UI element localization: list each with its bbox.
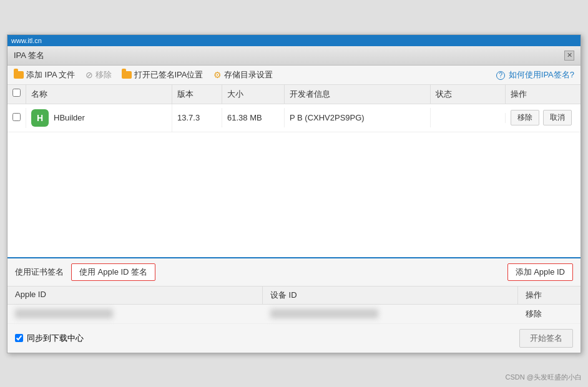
url-bar: www.itl.cn xyxy=(7,35,581,46)
table-empty-space xyxy=(7,132,581,257)
row-checkbox-cell xyxy=(7,108,26,128)
window-title: IPA 签名 xyxy=(14,50,44,61)
apple-id-sign-button[interactable]: 使用 Apple ID 签名 xyxy=(71,263,155,281)
actions-container: 移除 取消 xyxy=(511,110,576,125)
storage-setting-label: 存储目录设置 xyxy=(224,69,273,81)
watermark: CSDN @头发旺盛的小白 xyxy=(506,373,582,382)
select-all-checkbox[interactable] xyxy=(12,89,21,97)
bottom-footer: 同步到下载中心 开始签名 xyxy=(7,324,581,353)
table-header: 名称 版本 大小 开发者信息 状态 操作 xyxy=(7,85,581,104)
open-signed-button[interactable]: 打开已签名IPA位置 xyxy=(122,69,203,81)
start-sign-button[interactable]: 开始签名 xyxy=(519,329,573,348)
row-checkbox[interactable] xyxy=(12,113,21,121)
apple-id-table-header: Apple ID 设备 ID 操作 xyxy=(7,287,581,305)
col-size: 大小 xyxy=(222,85,285,104)
cert-sign-label: 使用证书签名 xyxy=(15,267,64,278)
toolbar: 添加 IPA 文件 ⊘ 移除 打开已签名IPA位置 ⚙ 存储目录设置 ? 如何使… xyxy=(7,66,581,85)
gear-icon: ⚙ xyxy=(213,70,222,80)
row-cancel-button[interactable]: 取消 xyxy=(543,110,572,125)
col-version: 版本 xyxy=(172,85,222,104)
col-developer: 开发者信息 xyxy=(285,85,431,104)
sync-label: 同步到下载中心 xyxy=(27,333,84,344)
row-actions-cell: 移除 取消 xyxy=(506,105,581,130)
toolbar-left: 添加 IPA 文件 ⊘ 移除 打开已签名IPA位置 ⚙ 存储目录设置 xyxy=(14,69,273,81)
table-row: H HBuilder 13.7.3 61.38 MB P B (CXHV2PS9… xyxy=(7,104,581,132)
open-signed-label: 打开已签名IPA位置 xyxy=(134,69,203,81)
device-id-blurred: ●●●●●●●●●●●●●●●●●●●●●● xyxy=(270,309,378,318)
row-status-cell xyxy=(431,113,506,123)
row-size-cell: 61.38 MB xyxy=(222,108,285,127)
help-label: 如何使用IPA签名? xyxy=(509,70,574,79)
url-text: www.itl.cn xyxy=(11,37,42,44)
help-circle-icon: ? xyxy=(496,71,505,80)
title-bar: IPA 签名 ✕ xyxy=(7,46,581,66)
row-version-cell: 13.7.3 xyxy=(172,108,222,127)
sign-method-left: 使用证书签名 使用 Apple ID 签名 xyxy=(15,263,155,281)
help-link[interactable]: ? 如何使用IPA签名? xyxy=(496,69,574,81)
app-name: HBuilder xyxy=(54,113,85,122)
apple-id-remove-label: 移除 xyxy=(526,309,542,318)
folder2-icon xyxy=(122,71,132,79)
col-status: 状态 xyxy=(431,85,506,104)
add-ipa-button[interactable]: 添加 IPA 文件 xyxy=(14,69,76,81)
col-name: 名称 xyxy=(26,85,172,104)
apple-id-col-device: 设备 ID xyxy=(263,287,518,304)
apple-id-col-id: Apple ID xyxy=(7,287,263,304)
apple-id-value: ●●●●●●●●●●●●●●●●●●●● xyxy=(7,305,263,322)
app-name-container: H HBuilder xyxy=(31,109,167,127)
sync-checkbox-container: 同步到下载中心 xyxy=(15,333,84,344)
storage-setting-button[interactable]: ⚙ 存储目录设置 xyxy=(213,69,273,81)
add-apple-id-button[interactable]: 添加 Apple ID xyxy=(507,263,573,281)
row-developer-cell: P B (CXHV2PS9PG) xyxy=(285,108,431,127)
row-name-cell: H HBuilder xyxy=(26,104,172,132)
close-button[interactable]: ✕ xyxy=(564,51,574,61)
remove-circle-icon: ⊘ xyxy=(86,70,93,80)
remove-button[interactable]: ⊘ 移除 xyxy=(86,69,112,81)
remove-label: 移除 xyxy=(96,69,112,81)
device-id-value: ●●●●●●●●●●●●●●●●●●●●●● xyxy=(263,305,518,322)
content-area: 名称 版本 大小 开发者信息 状态 操作 H HBuilder 13.7.3 6… xyxy=(7,85,581,257)
main-window: www.itl.cn IPA 签名 ✕ 添加 IPA 文件 ⊘ 移除 打开已签名… xyxy=(7,34,581,353)
row-remove-button[interactable]: 移除 xyxy=(511,110,539,125)
apple-id-blurred: ●●●●●●●●●●●●●●●●●●●● xyxy=(15,309,113,318)
apple-id-row: ●●●●●●●●●●●●●●●●●●●● ●●●●●●●●●●●●●●●●●●●… xyxy=(7,305,581,324)
folder-icon xyxy=(14,71,24,79)
col-actions: 操作 xyxy=(506,85,581,104)
bottom-section: 使用证书签名 使用 Apple ID 签名 添加 Apple ID Apple … xyxy=(7,257,581,353)
col-checkbox xyxy=(7,85,26,104)
sync-checkbox[interactable] xyxy=(15,334,23,342)
sign-method-row: 使用证书签名 使用 Apple ID 签名 添加 Apple ID xyxy=(7,258,581,287)
apple-id-col-action: 操作 xyxy=(518,287,581,304)
apple-id-action-cell: 移除 xyxy=(518,305,581,323)
add-ipa-label: 添加 IPA 文件 xyxy=(26,69,76,81)
app-icon: H xyxy=(31,109,49,127)
